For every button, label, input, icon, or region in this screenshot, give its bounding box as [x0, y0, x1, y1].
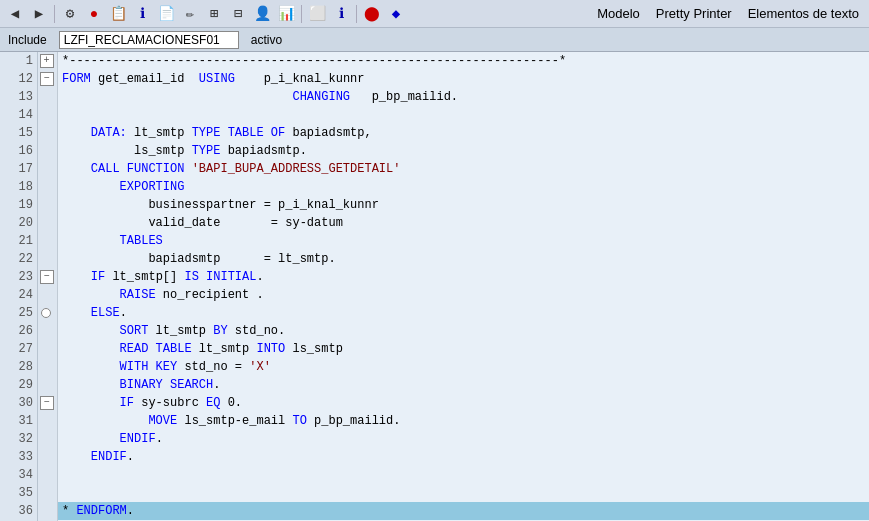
gutter-row — [38, 448, 57, 466]
line-number: 17 — [0, 160, 37, 178]
code-token: WITH KEY — [120, 360, 178, 374]
fold-icon[interactable]: + — [40, 54, 54, 68]
indent-spacer — [62, 450, 91, 464]
gutter-row — [38, 322, 57, 340]
code-token: std_no = — [177, 360, 249, 374]
minus-button[interactable]: ⊟ — [227, 3, 249, 25]
code-line: DATA: lt_smtp TYPE TABLE OF bapiadsmtp, — [58, 124, 869, 142]
square-button[interactable]: ⬜ — [306, 3, 328, 25]
code-token: lt_smtp — [192, 342, 257, 356]
indent-spacer — [62, 180, 120, 194]
gutter-row — [38, 178, 57, 196]
toolbar-separator-1 — [54, 5, 55, 23]
code-token: lt_smtp[] — [105, 270, 184, 284]
code-line: SORT lt_smtp BY std_no. — [58, 322, 869, 340]
include-input[interactable] — [59, 31, 239, 49]
line-number: 28 — [0, 358, 37, 376]
code-token: ELSE — [91, 306, 120, 320]
code-line: RAISE no_recipient . — [58, 286, 869, 304]
fold-icon[interactable]: − — [40, 270, 54, 284]
user-button[interactable]: 👤 — [251, 3, 273, 25]
status-badge: activo — [247, 31, 286, 49]
line-number: 20 — [0, 214, 37, 232]
code-line: IF sy-subrc EQ 0. — [58, 394, 869, 412]
menu-elementos[interactable]: Elementos de texto — [742, 4, 865, 23]
line-number: 26 — [0, 322, 37, 340]
toolbar-separator-3 — [356, 5, 357, 23]
code-content[interactable]: *---------------------------------------… — [58, 52, 869, 521]
indent-spacer — [62, 288, 120, 302]
fold-icon[interactable]: − — [40, 72, 54, 86]
code-token: businesspartner — [148, 198, 256, 212]
line-number: 32 — [0, 430, 37, 448]
info2-button[interactable]: ℹ — [330, 3, 352, 25]
line-numbers: 1121314151617181920212223242526272829303… — [0, 52, 38, 521]
blue-diamond-button[interactable]: ◆ — [385, 3, 407, 25]
indent-spacer — [62, 306, 91, 320]
gutter-row — [38, 358, 57, 376]
code-token — [184, 162, 191, 176]
gutter-row: − — [38, 70, 57, 88]
code-token: p_bp_mailid. — [350, 90, 458, 104]
code-token: ENDIF — [120, 432, 156, 446]
back-button[interactable]: ◀ — [4, 3, 26, 25]
code-token: . — [127, 504, 134, 518]
gutter-row — [38, 196, 57, 214]
breakpoint-icon[interactable] — [41, 308, 51, 318]
line-number: 33 — [0, 448, 37, 466]
grid-button[interactable]: ⊞ — [203, 3, 225, 25]
gutter-row — [38, 88, 57, 106]
red-dot-button[interactable]: ⬤ — [361, 3, 383, 25]
gutter-row — [38, 214, 57, 232]
code-token: std_no. — [228, 324, 286, 338]
code-line — [58, 484, 869, 502]
code-token: CHANGING — [292, 90, 350, 104]
gutter-row — [38, 250, 57, 268]
indent-spacer — [62, 342, 120, 356]
code-token: 'BAPI_BUPA_ADDRESS_GETDETAIL' — [192, 162, 401, 176]
line-number: 31 — [0, 412, 37, 430]
code-token: valid_date — [148, 216, 263, 230]
record-button[interactable]: ● — [83, 3, 105, 25]
fold-icon[interactable]: − — [40, 396, 54, 410]
indent-spacer — [62, 198, 148, 212]
gutter-row — [38, 286, 57, 304]
line-number: 29 — [0, 376, 37, 394]
code-token: ls_smtp-e_mail — [177, 414, 292, 428]
line-number: 35 — [0, 484, 37, 502]
code-token: p = lt_smtp. — [213, 252, 335, 266]
code-token: lt_smtp — [127, 126, 192, 140]
code-area: 1121314151617181920212223242526272829303… — [0, 52, 869, 521]
menu-modelo[interactable]: Modelo — [591, 4, 646, 23]
indent-spacer — [62, 252, 148, 266]
line-number: 24 — [0, 286, 37, 304]
copy-button[interactable]: 📋 — [107, 3, 129, 25]
code-token: bapiadsmt — [220, 144, 292, 158]
code-token: MOVE — [148, 414, 177, 428]
code-line: ls_smtp TYPE bapiadsmtp. — [58, 142, 869, 160]
code-token: . — [120, 306, 127, 320]
code-token: sy-subrc — [134, 396, 206, 410]
chart-button[interactable]: 📊 — [275, 3, 297, 25]
menu-pretty-printer[interactable]: Pretty Printer — [650, 4, 738, 23]
code-token: USING — [184, 72, 234, 86]
indent-spacer — [62, 378, 120, 392]
indent-spacer — [62, 90, 292, 104]
code-token: TYPE TABLE OF — [192, 126, 286, 140]
code-token: bapiadsmt — [148, 252, 213, 266]
gutter-row — [38, 484, 57, 502]
info-button[interactable]: ℹ — [131, 3, 153, 25]
forward-button[interactable]: ▶ — [28, 3, 50, 25]
gutter-row — [38, 340, 57, 358]
edit-button[interactable]: ✏ — [179, 3, 201, 25]
file-button[interactable]: 📄 — [155, 3, 177, 25]
code-token: 0. — [220, 396, 242, 410]
code-token: = p_i_knal_kunnr — [256, 198, 378, 212]
code-token: = sy-datum — [264, 216, 343, 230]
code-token: no_recipient . — [156, 288, 264, 302]
code-line: bapiadsmtp = lt_smtp. — [58, 250, 869, 268]
code-token: IS INITIAL — [184, 270, 256, 284]
settings-button[interactable]: ⚙ — [59, 3, 81, 25]
tabbar: Include activo — [0, 28, 869, 52]
line-number: 34 — [0, 466, 37, 484]
